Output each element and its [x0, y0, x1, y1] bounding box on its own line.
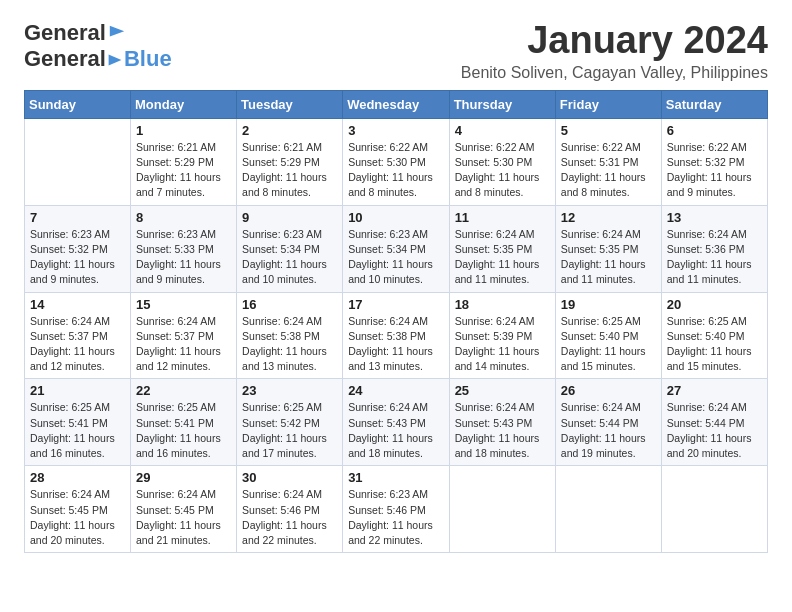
day-info: Sunrise: 6:23 AM Sunset: 5:34 PM Dayligh…	[242, 227, 337, 288]
calendar-cell: 8Sunrise: 6:23 AM Sunset: 5:33 PM Daylig…	[131, 205, 237, 292]
day-number: 18	[455, 297, 550, 312]
month-title: January 2024	[461, 20, 768, 62]
calendar-cell: 6Sunrise: 6:22 AM Sunset: 5:32 PM Daylig…	[661, 118, 767, 205]
calendar-cell: 7Sunrise: 6:23 AM Sunset: 5:32 PM Daylig…	[25, 205, 131, 292]
calendar-week-row: 28Sunrise: 6:24 AM Sunset: 5:45 PM Dayli…	[25, 466, 768, 553]
day-number: 2	[242, 123, 337, 138]
logo-blue-label: Blue	[124, 46, 172, 71]
col-wednesday: Wednesday	[343, 90, 449, 118]
calendar-cell: 28Sunrise: 6:24 AM Sunset: 5:45 PM Dayli…	[25, 466, 131, 553]
calendar-cell	[449, 466, 555, 553]
calendar-cell: 21Sunrise: 6:25 AM Sunset: 5:41 PM Dayli…	[25, 379, 131, 466]
col-monday: Monday	[131, 90, 237, 118]
day-info: Sunrise: 6:24 AM Sunset: 5:45 PM Dayligh…	[30, 487, 125, 548]
calendar-cell: 30Sunrise: 6:24 AM Sunset: 5:46 PM Dayli…	[237, 466, 343, 553]
day-number: 12	[561, 210, 656, 225]
calendar-cell	[661, 466, 767, 553]
calendar-cell: 13Sunrise: 6:24 AM Sunset: 5:36 PM Dayli…	[661, 205, 767, 292]
day-number: 6	[667, 123, 762, 138]
calendar-cell: 27Sunrise: 6:24 AM Sunset: 5:44 PM Dayli…	[661, 379, 767, 466]
day-info: Sunrise: 6:24 AM Sunset: 5:37 PM Dayligh…	[136, 314, 231, 375]
col-thursday: Thursday	[449, 90, 555, 118]
day-info: Sunrise: 6:25 AM Sunset: 5:41 PM Dayligh…	[30, 400, 125, 461]
logo-wave-icon	[107, 52, 123, 68]
calendar-cell	[25, 118, 131, 205]
calendar-cell: 16Sunrise: 6:24 AM Sunset: 5:38 PM Dayli…	[237, 292, 343, 379]
day-number: 8	[136, 210, 231, 225]
day-info: Sunrise: 6:25 AM Sunset: 5:41 PM Dayligh…	[136, 400, 231, 461]
calendar-cell: 26Sunrise: 6:24 AM Sunset: 5:44 PM Dayli…	[555, 379, 661, 466]
calendar-header-row: Sunday Monday Tuesday Wednesday Thursday…	[25, 90, 768, 118]
day-number: 26	[561, 383, 656, 398]
title-block: January 2024 Benito Soliven, Cagayan Val…	[461, 20, 768, 82]
day-info: Sunrise: 6:24 AM Sunset: 5:45 PM Dayligh…	[136, 487, 231, 548]
day-number: 11	[455, 210, 550, 225]
day-number: 13	[667, 210, 762, 225]
calendar-cell: 29Sunrise: 6:24 AM Sunset: 5:45 PM Dayli…	[131, 466, 237, 553]
day-number: 29	[136, 470, 231, 485]
logo-general-text: General	[24, 20, 106, 46]
logo: General GeneralBlue	[24, 20, 172, 72]
day-info: Sunrise: 6:23 AM Sunset: 5:33 PM Dayligh…	[136, 227, 231, 288]
day-number: 20	[667, 297, 762, 312]
calendar-cell: 24Sunrise: 6:24 AM Sunset: 5:43 PM Dayli…	[343, 379, 449, 466]
day-number: 19	[561, 297, 656, 312]
calendar-week-row: 1Sunrise: 6:21 AM Sunset: 5:29 PM Daylig…	[25, 118, 768, 205]
calendar-cell: 15Sunrise: 6:24 AM Sunset: 5:37 PM Dayli…	[131, 292, 237, 379]
calendar-cell: 9Sunrise: 6:23 AM Sunset: 5:34 PM Daylig…	[237, 205, 343, 292]
day-info: Sunrise: 6:24 AM Sunset: 5:36 PM Dayligh…	[667, 227, 762, 288]
day-info: Sunrise: 6:25 AM Sunset: 5:42 PM Dayligh…	[242, 400, 337, 461]
day-number: 27	[667, 383, 762, 398]
day-number: 7	[30, 210, 125, 225]
location-subtitle: Benito Soliven, Cagayan Valley, Philippi…	[461, 64, 768, 82]
day-info: Sunrise: 6:24 AM Sunset: 5:38 PM Dayligh…	[348, 314, 443, 375]
day-number: 25	[455, 383, 550, 398]
day-number: 24	[348, 383, 443, 398]
day-number: 17	[348, 297, 443, 312]
calendar-week-row: 7Sunrise: 6:23 AM Sunset: 5:32 PM Daylig…	[25, 205, 768, 292]
day-info: Sunrise: 6:22 AM Sunset: 5:32 PM Dayligh…	[667, 140, 762, 201]
calendar-cell: 2Sunrise: 6:21 AM Sunset: 5:29 PM Daylig…	[237, 118, 343, 205]
day-info: Sunrise: 6:24 AM Sunset: 5:37 PM Dayligh…	[30, 314, 125, 375]
calendar-cell: 14Sunrise: 6:24 AM Sunset: 5:37 PM Dayli…	[25, 292, 131, 379]
day-info: Sunrise: 6:24 AM Sunset: 5:35 PM Dayligh…	[561, 227, 656, 288]
svg-marker-1	[109, 55, 122, 66]
day-number: 9	[242, 210, 337, 225]
day-info: Sunrise: 6:21 AM Sunset: 5:29 PM Dayligh…	[136, 140, 231, 201]
day-info: Sunrise: 6:24 AM Sunset: 5:38 PM Dayligh…	[242, 314, 337, 375]
calendar-cell: 3Sunrise: 6:22 AM Sunset: 5:30 PM Daylig…	[343, 118, 449, 205]
day-info: Sunrise: 6:24 AM Sunset: 5:35 PM Dayligh…	[455, 227, 550, 288]
day-info: Sunrise: 6:24 AM Sunset: 5:44 PM Dayligh…	[667, 400, 762, 461]
calendar-week-row: 21Sunrise: 6:25 AM Sunset: 5:41 PM Dayli…	[25, 379, 768, 466]
day-number: 5	[561, 123, 656, 138]
day-number: 30	[242, 470, 337, 485]
day-info: Sunrise: 6:23 AM Sunset: 5:34 PM Dayligh…	[348, 227, 443, 288]
day-info: Sunrise: 6:21 AM Sunset: 5:29 PM Dayligh…	[242, 140, 337, 201]
day-info: Sunrise: 6:22 AM Sunset: 5:30 PM Dayligh…	[348, 140, 443, 201]
calendar-cell: 10Sunrise: 6:23 AM Sunset: 5:34 PM Dayli…	[343, 205, 449, 292]
calendar-cell: 19Sunrise: 6:25 AM Sunset: 5:40 PM Dayli…	[555, 292, 661, 379]
day-info: Sunrise: 6:24 AM Sunset: 5:39 PM Dayligh…	[455, 314, 550, 375]
calendar-cell: 20Sunrise: 6:25 AM Sunset: 5:40 PM Dayli…	[661, 292, 767, 379]
calendar-cell: 5Sunrise: 6:22 AM Sunset: 5:31 PM Daylig…	[555, 118, 661, 205]
day-number: 4	[455, 123, 550, 138]
day-number: 1	[136, 123, 231, 138]
col-sunday: Sunday	[25, 90, 131, 118]
calendar-cell: 23Sunrise: 6:25 AM Sunset: 5:42 PM Dayli…	[237, 379, 343, 466]
calendar-cell: 4Sunrise: 6:22 AM Sunset: 5:30 PM Daylig…	[449, 118, 555, 205]
calendar-table: Sunday Monday Tuesday Wednesday Thursday…	[24, 90, 768, 553]
day-info: Sunrise: 6:24 AM Sunset: 5:44 PM Dayligh…	[561, 400, 656, 461]
calendar-cell: 1Sunrise: 6:21 AM Sunset: 5:29 PM Daylig…	[131, 118, 237, 205]
day-info: Sunrise: 6:25 AM Sunset: 5:40 PM Dayligh…	[561, 314, 656, 375]
calendar-cell: 25Sunrise: 6:24 AM Sunset: 5:43 PM Dayli…	[449, 379, 555, 466]
calendar-cell	[555, 466, 661, 553]
day-info: Sunrise: 6:22 AM Sunset: 5:31 PM Dayligh…	[561, 140, 656, 201]
calendar-cell: 12Sunrise: 6:24 AM Sunset: 5:35 PM Dayli…	[555, 205, 661, 292]
day-number: 21	[30, 383, 125, 398]
logo-general-label: General	[24, 46, 106, 71]
day-number: 23	[242, 383, 337, 398]
day-number: 10	[348, 210, 443, 225]
calendar-cell: 31Sunrise: 6:23 AM Sunset: 5:46 PM Dayli…	[343, 466, 449, 553]
svg-marker-0	[110, 26, 124, 37]
calendar-week-row: 14Sunrise: 6:24 AM Sunset: 5:37 PM Dayli…	[25, 292, 768, 379]
